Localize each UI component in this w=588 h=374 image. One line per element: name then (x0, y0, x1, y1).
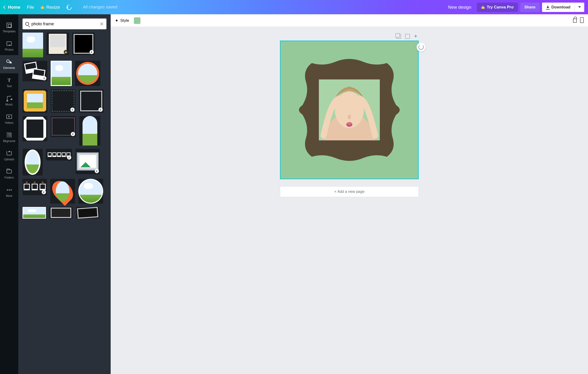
frame-result-20[interactable] (49, 207, 73, 219)
sidenav-elements[interactable]: Elements (0, 55, 18, 73)
sidenav-background[interactable]: Bkground (0, 128, 18, 146)
lock-button[interactable] (573, 19, 577, 23)
premium-badge: £ (95, 169, 99, 173)
color-swatch[interactable] (134, 17, 140, 24)
canvas-page[interactable] (280, 41, 419, 179)
download-options-button[interactable] (575, 3, 584, 12)
sidenav-videos[interactable]: Videos (0, 110, 18, 128)
frame-result-7[interactable] (22, 89, 47, 113)
svg-point-11 (348, 114, 351, 119)
premium-badge: £ (42, 76, 46, 80)
frame-result-12[interactable] (79, 116, 100, 145)
sidenav-text[interactable]: TText (0, 73, 18, 92)
elements-icon (6, 60, 12, 64)
photo-placeholder[interactable] (319, 79, 380, 140)
duplicate-page-button[interactable] (405, 34, 410, 39)
try-canva-pro-button[interactable]: Try Canva Pro (477, 3, 518, 12)
frame-result-5[interactable] (51, 61, 72, 86)
frame-result-15[interactable]: £ (75, 149, 100, 174)
resize-menu[interactable]: Resize (41, 5, 60, 10)
search-icon (25, 22, 29, 26)
download-label: Download (551, 5, 570, 10)
premium-badge: £ (70, 108, 74, 112)
sidenav-music[interactable]: Music (0, 92, 18, 110)
frame-result-17[interactable] (50, 179, 75, 204)
frame-result-6[interactable] (75, 61, 100, 86)
frame-result-2[interactable] (46, 32, 69, 55)
music-icon (7, 96, 11, 101)
delete-button[interactable] (580, 18, 584, 23)
folder-icon (7, 170, 12, 173)
frame-result-13[interactable] (22, 149, 43, 176)
search-input[interactable] (32, 21, 97, 26)
sidenav-more[interactable]: More (0, 183, 18, 201)
frame-result-18[interactable] (78, 179, 103, 204)
sidenav-photos[interactable]: Photos (0, 37, 18, 55)
frame-result-1[interactable] (22, 32, 43, 57)
new-design-button[interactable]: New design (448, 5, 471, 10)
style-button[interactable]: ✦ Style (115, 18, 129, 23)
clear-search-button[interactable] (100, 22, 104, 26)
hanging-photos-icon (24, 184, 46, 190)
frame-result-4[interactable]: £ (22, 61, 47, 81)
sidenav-uploads[interactable]: Uploads (0, 146, 18, 165)
sidenav-templates[interactable]: Templates (0, 19, 18, 37)
pro-badge (64, 50, 68, 54)
download-icon (546, 6, 550, 9)
frame-result-19[interactable] (22, 207, 46, 219)
download-button[interactable]: Download (542, 3, 575, 12)
frame-result-11[interactable]: £ (51, 116, 76, 137)
frame-result-8[interactable]: £ (51, 89, 75, 113)
undo-button[interactable] (65, 3, 73, 11)
frame-result-21[interactable] (76, 207, 99, 219)
premium-badge: £ (90, 50, 94, 54)
frame-result-3[interactable]: £ (72, 32, 95, 55)
page-controls: + (280, 34, 419, 39)
crown-icon (481, 6, 485, 9)
more-icon (7, 189, 12, 190)
frame-element[interactable] (295, 56, 403, 164)
photos-icon (7, 42, 12, 46)
frame-result-9[interactable]: £ (79, 89, 104, 113)
chevron-left-icon (3, 5, 7, 9)
background-icon (7, 132, 12, 137)
refresh-button[interactable] (417, 43, 426, 52)
hanging-frame-icon (77, 152, 99, 171)
resize-label: Resize (46, 5, 60, 10)
svg-point-8 (347, 122, 352, 125)
context-toolbar: ✦ Style (111, 14, 588, 27)
top-bar: Home File Resize All changes saved New d… (0, 0, 588, 14)
save-status: All changes saved (83, 5, 117, 10)
sparkle-icon: ✦ (115, 18, 118, 23)
copy-page-button[interactable] (396, 34, 401, 39)
premium-badge: £ (42, 190, 46, 194)
search-results: £ £ £ £ £ £ £ £ (22, 32, 106, 219)
premium-badge: £ (71, 132, 75, 136)
home-label: Home (8, 5, 21, 10)
text-icon: T (6, 77, 12, 83)
side-nav: Templates Photos Elements TText Music Vi… (0, 14, 18, 374)
frame-result-16[interactable]: £ (22, 179, 47, 195)
sidenav-folders[interactable]: Folders (0, 165, 18, 183)
caret-down-icon (578, 6, 581, 9)
file-menu[interactable]: File (27, 5, 34, 10)
upload-icon (7, 151, 12, 155)
videos-icon (6, 114, 12, 119)
canvas-area: ✦ Style + (111, 14, 588, 374)
search-box (22, 19, 106, 29)
add-page-button[interactable]: + Add a new page (280, 186, 419, 197)
crown-icon (41, 6, 44, 9)
home-button[interactable]: Home (4, 5, 21, 10)
premium-badge: £ (98, 108, 103, 112)
frame-result-10[interactable] (22, 116, 47, 141)
elements-panel: £ £ £ £ £ £ £ £ (18, 14, 111, 374)
add-page-icon-button[interactable]: + (414, 34, 419, 39)
templates-icon (7, 23, 12, 28)
style-label: Style (120, 18, 129, 23)
frame-result-14[interactable]: £ (46, 149, 72, 161)
try-pro-label: Try Canva Pro (487, 5, 514, 10)
premium-badge: £ (67, 155, 71, 160)
share-button[interactable]: Share (520, 3, 540, 12)
stage[interactable]: + (111, 27, 588, 374)
